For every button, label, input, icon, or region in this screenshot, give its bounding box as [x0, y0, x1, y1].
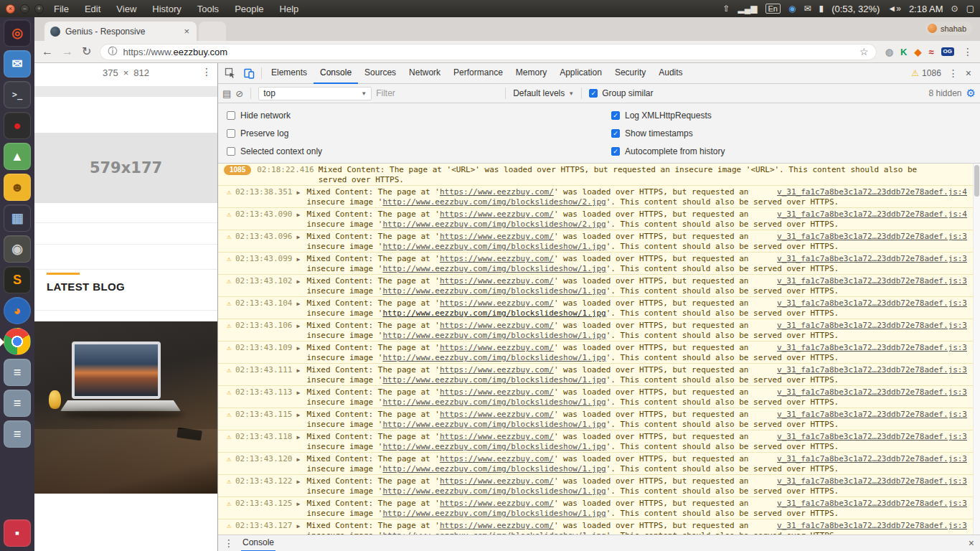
image-url-link[interactable]: http://www.eezzbuy.com/img/blockslidesho… — [382, 286, 606, 296]
expand-arrow-icon[interactable]: ▶ — [296, 343, 305, 354]
source-file-link[interactable]: v_31_fa1c7a8be3c1a72…23ddb72e78adef.js:3 — [777, 432, 967, 442]
checkbox[interactable]: ✓ — [611, 129, 620, 138]
setting-log-xmlhttprequests[interactable]: ✓Log XMLHttpRequests — [607, 106, 725, 124]
dock-terminal[interactable]: >_ — [4, 81, 31, 108]
source-file-link[interactable]: v_31_fa1c7a8be3c1a72…23ddb72e78adef.js:3 — [777, 298, 967, 309]
image-url-link[interactable]: http://www.eezzbuy.com/img/blockslidesho… — [382, 397, 606, 407]
keyboard-layout-indicator[interactable]: En — [765, 4, 781, 14]
source-file-link[interactable]: v_31_fa1c7a8be3c1a72…23ddb72e78adef.js:3 — [777, 365, 967, 375]
tab-memory[interactable]: Memory — [509, 63, 553, 84]
image-url-link[interactable]: http://www.eezzbuy.com/img/blockslidesho… — [382, 309, 606, 318]
source-file-link[interactable]: v_31_fa1c7a8be3c1a72…23ddb72e78adef.js:3 — [777, 521, 967, 531]
page-url-link[interactable]: https://www.eezzbuy.com/ — [440, 298, 554, 308]
page-url-link[interactable]: https://www.eezzbuy.com/ — [440, 276, 554, 286]
tab-security[interactable]: Security — [608, 63, 652, 84]
image-url-link[interactable]: http://www.eezzbuy.com/img/blockslidesho… — [382, 531, 606, 534]
source-file-link[interactable]: v_31_fa1c7a8be3c1a72…23ddb72e78adef.js:3 — [777, 410, 967, 420]
source-file-link[interactable]: v_31_fa1c7a8be3c1a72…23ddb72e78adef.js:3 — [777, 254, 967, 264]
clock-label[interactable]: 2:18 AM — [909, 4, 943, 14]
page-url-link[interactable]: https://www.eezzbuy.com/ — [440, 499, 554, 508]
device-menu-icon[interactable]: ⋮ — [202, 66, 212, 77]
dock-text-editor-2[interactable]: ≡ — [4, 390, 31, 417]
device-toolbar-icon[interactable] — [240, 64, 258, 83]
mail-icon[interactable]: ✉ — [804, 4, 811, 14]
source-file-link[interactable]: v_31_fa1c7a8be3c1a72…23ddb72e78adef.js:4 — [777, 209, 967, 220]
source-file-link[interactable]: v_31_fa1c7a8be3c1a72…23ddb72e78adef.js:3 — [777, 454, 967, 464]
window-maximize-button[interactable]: + — [34, 4, 44, 14]
expand-arrow-icon[interactable]: ▶ — [296, 232, 305, 242]
menu-view[interactable]: View — [116, 4, 136, 14]
console-warning-row[interactable]: ⚠ 02:13:43.118 ▶ v_31_fa1c7a8be3c1a72…23… — [218, 430, 973, 453]
image-url-link[interactable]: http://www.eezzbuy.com/img/blockslidesho… — [382, 197, 606, 207]
expand-arrow-icon[interactable]: ▶ — [296, 321, 305, 331]
tab-audits[interactable]: Audits — [652, 63, 689, 84]
log-levels-selector[interactable]: Default levels ▼ — [513, 88, 574, 98]
page-url-link[interactable]: https://www.eezzbuy.com/ — [440, 343, 554, 352]
console-warning-row[interactable]: ⚠ 02:13:43.096 ▶ v_31_fa1c7a8be3c1a72…23… — [218, 230, 973, 253]
image-url-link[interactable]: http://www.eezzbuy.com/img/blockslidesho… — [382, 486, 606, 496]
page-url-link[interactable]: https://www.eezzbuy.com/ — [440, 454, 554, 463]
tab-console[interactable]: Console — [314, 63, 358, 84]
dock-photos[interactable]: ▲ — [4, 143, 31, 170]
checkbox[interactable] — [227, 111, 235, 120]
tab-sources[interactable]: Sources — [358, 63, 402, 84]
window-minimize-button[interactable]: − — [20, 4, 29, 14]
dock-screenshot-tool[interactable]: ◉ — [4, 235, 31, 263]
page-url-link[interactable]: https://www.eezzbuy.com/ — [440, 432, 554, 441]
battery-label[interactable]: (0:53, 32%) — [831, 4, 880, 14]
page-url-link[interactable]: https://www.eezzbuy.com/ — [440, 387, 554, 397]
expand-arrow-icon[interactable]: ▶ — [296, 499, 305, 509]
expand-arrow-icon[interactable]: ▶ — [296, 521, 305, 532]
clear-console-icon[interactable]: ⊘ — [235, 88, 243, 99]
setting-selected-context-only[interactable]: Selected context only — [222, 142, 607, 160]
page-url-link[interactable]: https://www.eezzbuy.com/ — [440, 365, 554, 375]
console-warning-row[interactable]: ⚠ 02:13:43.106 ▶ v_31_fa1c7a8be3c1a72…23… — [218, 319, 973, 342]
console-warning-row[interactable]: ⚠ 02:13:43.125 ▶ v_31_fa1c7a8be3c1a72…23… — [218, 497, 973, 519]
dock-mail-client[interactable]: ✉ — [4, 50, 31, 77]
menu-help[interactable]: Help — [280, 4, 299, 14]
extension-orange[interactable]: ◆ — [914, 47, 921, 57]
image-url-link[interactable]: http://www.eezzbuy.com/img/blockslidesho… — [382, 375, 606, 385]
console-warning-group[interactable]: 1085 02:18:22.416 Mixed Content: The pag… — [218, 164, 973, 186]
source-file-link[interactable]: v_31_fa1c7a8be3c1a72…23ddb72e78adef.js:3 — [777, 232, 967, 242]
device-width-field[interactable]: 375 — [103, 67, 118, 78]
expand-arrow-icon[interactable]: ▶ — [296, 387, 305, 398]
profile-chip[interactable]: shahab — [925, 22, 973, 35]
repeat-count-badge[interactable]: 1085 — [224, 165, 251, 175]
tab-network[interactable]: Network — [402, 63, 447, 84]
drawer-menu-icon[interactable]: ⋮ — [224, 537, 234, 549]
group-similar-checkbox[interactable]: ✓ — [589, 89, 598, 98]
console-sidebar-icon[interactable]: ▤ — [222, 88, 231, 99]
address-bar[interactable]: ⓘ https://www.eezzbuy.com ☆ — [100, 44, 876, 60]
page-info-icon[interactable]: ⓘ — [108, 45, 117, 58]
session-icon[interactable]: ▢ — [966, 4, 974, 14]
slideshow-placeholder-image[interactable]: 579x177 — [34, 133, 217, 203]
expand-arrow-icon[interactable]: ▶ — [296, 254, 305, 265]
browser-tab[interactable]: Genius - Responsive × — [44, 22, 197, 41]
dock-firefox[interactable]: ◕ — [4, 297, 31, 324]
network-signal-icon[interactable]: ▂▄▆ — [738, 4, 758, 14]
warning-counter[interactable]: ⚠ 1086 — [911, 68, 941, 78]
setting-hide-network[interactable]: Hide network — [222, 106, 607, 124]
menu-edit[interactable]: Edit — [85, 4, 100, 14]
console-warning-row[interactable]: ⚠ 02:13:43.099 ▶ v_31_fa1c7a8be3c1a72…23… — [218, 253, 973, 275]
console-warning-row[interactable]: ⚠ 02:13:43.111 ▶ v_31_fa1c7a8be3c1a72…23… — [218, 364, 973, 386]
devtools-close-icon[interactable]: × — [966, 67, 971, 79]
battery-icon[interactable]: ▮ — [819, 4, 824, 14]
setting-preserve-log[interactable]: Preserve log — [222, 124, 607, 142]
page-url-link[interactable]: https://www.eezzbuy.com/ — [440, 187, 554, 197]
browser-menu-icon[interactable]: ⋮ — [963, 47, 973, 57]
image-url-link[interactable]: http://www.eezzbuy.com/img/blockslidesho… — [382, 242, 606, 251]
console-warning-row[interactable]: ⚠ 02:13:43.104 ▶ v_31_fa1c7a8be3c1a72…23… — [218, 297, 973, 319]
dock-sublime-text[interactable]: S — [4, 266, 31, 293]
dock-recorder[interactable]: ▪ — [4, 519, 31, 547]
dock-chrome[interactable] — [4, 328, 31, 355]
tab-application[interactable]: Application — [553, 63, 608, 84]
drawer-tab-console[interactable]: Console — [241, 535, 275, 551]
source-file-link[interactable]: v_31_fa1c7a8be3c1a72…23ddb72e78adef.js:3 — [777, 387, 967, 397]
volume-icon[interactable]: ◄» — [887, 4, 901, 14]
page-url-link[interactable]: https://www.eezzbuy.com/ — [440, 209, 554, 219]
bookmark-star-icon[interactable]: ☆ — [859, 46, 869, 57]
extension-k-green[interactable]: K — [900, 47, 907, 57]
checkbox[interactable] — [227, 129, 235, 138]
